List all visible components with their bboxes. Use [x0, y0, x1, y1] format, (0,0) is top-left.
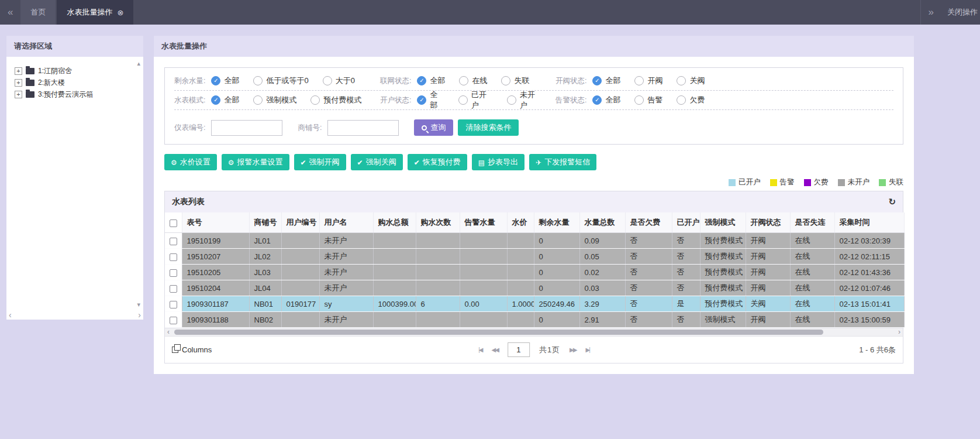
radio-icon[interactable] [677, 76, 686, 85]
radio-option[interactable]: 未开户 [507, 90, 541, 111]
tree-item[interactable]: +2:新大楼 [15, 77, 140, 88]
row-checkbox[interactable] [170, 317, 177, 324]
radio-option[interactable]: 全部 [211, 95, 239, 105]
action-button-2[interactable]: 强制开阀 [294, 154, 346, 170]
column-header[interactable]: 购水次数 [416, 212, 460, 233]
column-header[interactable]: 强制模式 [700, 212, 746, 233]
table-row[interactable]: 19510207JL02未开户00.05否否预付费模式开阀在线02-12 02:… [165, 249, 904, 265]
column-header[interactable]: 采集时间 [834, 212, 904, 233]
close-operations-link[interactable]: 关闭操作 [941, 0, 980, 25]
radio-checked-icon[interactable] [417, 95, 426, 105]
column-header[interactable]: 用户名 [319, 212, 373, 233]
table-row[interactable]: 19510204JL04未开户00.03否否预付费模式开阀在线02-12 01:… [165, 280, 904, 296]
meter-no-input[interactable] [211, 120, 282, 136]
column-header[interactable]: 用户编号 [281, 212, 319, 233]
refresh-icon[interactable]: ↻ [888, 197, 896, 207]
table-row[interactable]: 1909301188NB02未开户02.91否否强制模式开阀在线02-13 15… [165, 312, 904, 328]
action-button-0[interactable]: 水价设置 [164, 154, 217, 170]
radio-option[interactable]: 全部 [417, 76, 445, 86]
action-button-6[interactable]: 下发报警短信 [529, 154, 596, 170]
radio-option[interactable]: 低于或等于0 [253, 76, 308, 86]
radio-option[interactable]: 失联 [501, 76, 529, 86]
radio-icon[interactable] [253, 76, 263, 85]
radio-icon[interactable] [634, 76, 644, 85]
select-all-checkbox[interactable] [170, 220, 177, 227]
table-row[interactable]: 1909301187NB010190177sy1000399.0060.001.… [165, 296, 904, 312]
radio-icon[interactable] [459, 76, 468, 85]
column-header[interactable]: 开阀状态 [746, 212, 790, 233]
action-button-3[interactable]: 强制关阀 [351, 154, 403, 170]
radio-option[interactable]: 已开户 [458, 90, 493, 111]
radio-option[interactable]: 开阀 [634, 76, 662, 86]
tree-scroll-down-icon[interactable]: ▾ [137, 301, 140, 308]
radio-option[interactable]: 大于0 [323, 76, 355, 86]
scroll-tabs-left-icon[interactable]: « [0, 0, 20, 25]
hscroll-left-icon[interactable]: ‹ [167, 328, 170, 336]
shop-no-input[interactable] [327, 120, 399, 136]
radio-icon[interactable] [507, 95, 516, 105]
table-row[interactable]: 19510199JL01未开户00.09否否预付费模式开阀在线02-12 03:… [165, 233, 904, 249]
next-page-icon[interactable]: ▶▶ [570, 347, 576, 353]
scroll-tabs-right-icon[interactable]: » [921, 0, 941, 25]
action-button-5[interactable]: 抄表导出 [472, 154, 524, 170]
tab-close-icon[interactable]: ⊗ [117, 8, 123, 17]
row-checkbox[interactable] [170, 269, 177, 277]
radio-icon[interactable] [501, 76, 510, 85]
radio-checked-icon[interactable] [211, 76, 220, 85]
radio-icon[interactable] [323, 76, 332, 85]
clear-search-button[interactable]: 清除搜索条件 [458, 119, 519, 136]
radio-option[interactable]: 预付费模式 [310, 95, 361, 105]
column-header[interactable]: 已开户 [672, 212, 700, 233]
row-checkbox[interactable] [170, 253, 177, 261]
radio-option[interactable]: 全部 [417, 90, 444, 111]
page-number-input[interactable] [508, 342, 530, 357]
row-checkbox[interactable] [170, 301, 177, 308]
table-row[interactable]: 19510205JL03未开户00.02否否预付费模式开阀在线02-12 01:… [165, 265, 904, 280]
query-button[interactable]: 查询 [414, 119, 453, 136]
radio-icon[interactable] [677, 95, 686, 105]
tree-scroll-up-icon[interactable]: ▴ [137, 60, 140, 67]
radio-option[interactable]: 全部 [211, 76, 239, 86]
hscroll-thumb[interactable] [174, 330, 823, 335]
radio-icon[interactable] [310, 95, 320, 105]
row-checkbox[interactable] [170, 238, 177, 245]
column-header[interactable]: 商铺号 [249, 212, 281, 233]
expand-icon[interactable]: + [15, 91, 22, 98]
expand-icon[interactable]: + [15, 79, 22, 87]
column-header[interactable]: 水量总数 [579, 212, 625, 233]
tree-item[interactable]: +3:预付费云演示箱 [15, 88, 140, 100]
columns-button[interactable]: Columns [172, 345, 212, 354]
prev-page-icon[interactable]: ◀◀ [491, 347, 498, 353]
radio-option[interactable]: 强制模式 [253, 95, 296, 105]
row-checkbox[interactable] [170, 285, 177, 293]
column-header[interactable]: 购水总额 [373, 212, 416, 233]
hscroll-right-icon[interactable]: › [898, 328, 900, 336]
radio-option[interactable]: 全部 [592, 95, 620, 105]
expand-icon[interactable]: + [15, 67, 22, 75]
tree-item[interactable]: +1:江阴宿舍 [15, 65, 140, 77]
tree-scroll-right-icon[interactable]: › [138, 312, 141, 318]
radio-checked-icon[interactable] [592, 76, 602, 85]
radio-checked-icon[interactable] [211, 95, 220, 105]
column-header[interactable]: 水价 [507, 212, 534, 233]
radio-checked-icon[interactable] [592, 95, 602, 105]
radio-option[interactable]: 告警 [634, 95, 662, 105]
tree-scroll-left-icon[interactable]: ‹ [9, 312, 12, 318]
first-page-icon[interactable]: |◀ [478, 347, 482, 353]
horizontal-scrollbar[interactable]: ‹ › [165, 328, 903, 336]
radio-icon[interactable] [634, 95, 644, 105]
action-button-1[interactable]: 报警水量设置 [222, 154, 289, 170]
last-page-icon[interactable]: ▶| [586, 347, 589, 353]
tab-active[interactable]: 水表批量操作⊗ [57, 0, 133, 25]
action-button-4[interactable]: 恢复预付费 [408, 154, 467, 170]
tab-home[interactable]: 首页 [20, 0, 56, 25]
radio-option[interactable]: 关阀 [677, 76, 705, 86]
radio-option[interactable]: 欠费 [677, 95, 705, 105]
radio-icon[interactable] [458, 95, 468, 105]
column-header[interactable]: 表号 [182, 212, 249, 233]
radio-checked-icon[interactable] [417, 76, 426, 85]
column-header[interactable]: 是否欠费 [625, 212, 672, 233]
radio-option[interactable]: 全部 [592, 76, 620, 86]
column-header[interactable]: 剩余水量 [534, 212, 579, 233]
radio-icon[interactable] [253, 95, 263, 105]
